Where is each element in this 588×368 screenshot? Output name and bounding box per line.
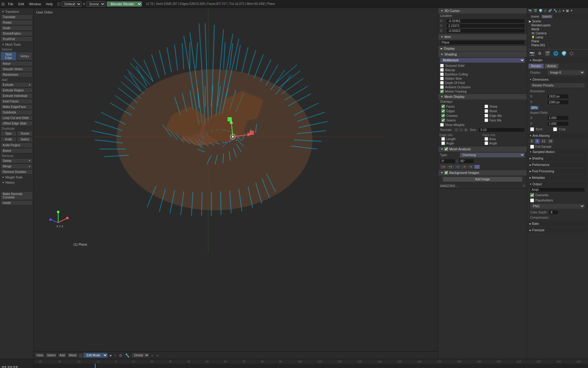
bisect-btn[interactable]: Bisect [1,148,33,153]
display-header[interactable]: ▶ Display [438,46,527,51]
history-section[interactable]: History [1,180,33,185]
mesh-analysis-cb[interactable] [444,147,448,151]
item-header[interactable]: ▼ Item [438,34,527,40]
render-layers-item[interactable]: RenderLayers [528,23,587,27]
depth-of-field-cb[interactable] [440,81,444,85]
extrude-dropdown[interactable]: Extrude [1,82,33,87]
metadata-header[interactable]: Metadata [528,175,587,180]
output-props-icon[interactable]: ⚙ [537,50,543,56]
delete-dropdown[interactable]: Delete [1,158,33,163]
transform-section[interactable]: Transform [1,9,33,14]
camera-item[interactable]: 📷 Camera [528,31,587,35]
overwrite-cb[interactable] [530,193,534,197]
close-bg-image-btn[interactable]: × [523,184,525,188]
plus-x-btn[interactable]: +X [440,165,447,169]
3d-viewport[interactable]: User Ortho [34,8,438,359]
res-y-input[interactable] [547,100,569,105]
shading-header[interactable]: ▼ Shading [438,52,527,57]
display-select[interactable]: Image E [547,70,585,75]
cursor-y-input[interactable] [446,24,525,28]
output-path-input[interactable] [530,187,585,192]
creases-cb[interactable] [441,114,445,117]
split-normals-btn[interactable]: ◈ [464,128,468,132]
crop-cb[interactable] [553,127,557,131]
object-name-input[interactable] [440,40,525,45]
data-icon[interactable]: △ [558,9,562,13]
sharp-cb[interactable] [484,105,488,108]
timeline-bar[interactable] [34,364,588,368]
extrude-region-btn[interactable]: Extrude Region [1,88,33,93]
make-edge-face-btn[interactable]: Make Edge/Face [1,104,33,109]
plus-y-btn[interactable]: +Y [447,165,454,169]
aspect-x-input[interactable] [547,116,569,120]
edge-ma-cb[interactable] [484,114,488,117]
inset-faces-btn[interactable]: Inset Faces [1,99,33,104]
angle2-cb[interactable] [484,141,488,145]
pct-btn[interactable]: 50% [530,106,539,110]
cursor-x-input[interactable] [446,19,525,23]
scale-btn[interactable]: Scale [1,25,33,31]
aa-11-btn[interactable]: 11 [540,139,547,144]
inside-btn[interactable]: Inside [1,200,33,205]
render-icon[interactable]: 📷 [528,9,533,13]
slide-edge-btn[interactable]: Slide Edge [1,52,17,60]
render-props-icon[interactable]: 📷 [528,50,536,56]
lamp-item[interactable]: 💡 Lamp [528,35,587,39]
modifier-icon[interactable]: 🔧 [553,9,558,13]
sampled-motion-header[interactable]: Sampled Motion [528,149,587,155]
weight-tools-section[interactable]: Weight Tools [1,175,33,180]
plane-item[interactable]: Plane [528,39,587,43]
res-x-input[interactable] [547,94,569,99]
rotate-btn[interactable]: Rotate [1,20,33,25]
minus-y-btn[interactable]: -Y [468,165,473,169]
angle-cb[interactable] [441,141,445,145]
show-weights-cb[interactable] [440,123,444,127]
bake-header[interactable]: Bake [528,221,587,226]
scene-select[interactable]: Scene [86,1,105,7]
length-cb[interactable] [441,137,445,141]
proportional-icon[interactable]: ○ [150,354,154,357]
search-tab[interactable]: Search [541,14,553,19]
noise-btn[interactable]: Noise [1,61,33,66]
bg-images-cb[interactable] [444,171,448,174]
world-props-icon[interactable]: 🌍 [560,50,568,56]
cursor-header[interactable]: ▼ 3D Cursor [438,8,527,13]
timeline-main[interactable]: -40 -30 -20 -10 0 10 20 30 40 50 60 70 8… [34,359,588,368]
mesh-analysis-header[interactable]: ▼ Mesh Analysis [438,146,527,152]
wire-shade-icon[interactable]: ○ [114,354,117,357]
minus-z-btn[interactable]: -Z [474,165,480,169]
vertex-normals-btn[interactable]: ▿ [459,128,463,132]
window-menu[interactable]: Window [27,2,43,6]
freestyle-header[interactable]: Freestyle [528,228,587,233]
bg-images-header[interactable]: ▼ Background Images [438,170,527,175]
help-menu[interactable]: Help [44,2,55,6]
ambient-occlusion-cb[interactable] [440,85,444,89]
knife-btn[interactable]: Knife [1,137,17,142]
mesh-display-header[interactable]: ▼ Mesh Display [438,94,527,99]
push-pull-btn[interactable]: PushPull [1,36,33,42]
add-menu-btn[interactable]: Add [58,353,66,358]
select-menu-btn[interactable]: Select [46,353,57,358]
knife-project-btn[interactable]: Knife Project [1,143,33,148]
file-menu[interactable]: File [6,2,15,6]
mesh-menu-btn[interactable]: Mesh [67,353,78,358]
shrink-fatten-btn[interactable]: Shrink/Fatten [1,31,33,36]
render-shading-header[interactable]: Shading [528,156,587,161]
face-ma-cb[interactable] [484,118,488,122]
full-sample-cb[interactable] [530,145,534,149]
normals-size-input[interactable] [478,128,525,132]
render-presets-btn[interactable]: Render Presets [530,83,585,88]
subdivide-btn[interactable]: Subdivide [1,110,33,115]
view-layer-icon[interactable]: 🎬 [544,50,551,56]
placeholders-cb[interactable] [530,198,534,202]
vertex-btn[interactable]: Vertex [17,52,33,60]
obj-props-icon[interactable]: ⬡ [568,50,575,56]
transform-orientation-select[interactable]: Global [131,353,149,358]
scene-item[interactable]: ▶ Scene [528,19,587,23]
offset-edge-slide-btn[interactable]: Offset Edge Slide [1,121,33,126]
constraint-icon[interactable]: 🔗 [548,9,552,13]
add-image-btn[interactable]: Add Image [443,177,522,182]
plus-z-btn[interactable]: +Z [454,165,461,169]
world-icon[interactable]: 🌍 [538,9,543,13]
randomize-btn[interactable]: Randomize [1,72,33,77]
